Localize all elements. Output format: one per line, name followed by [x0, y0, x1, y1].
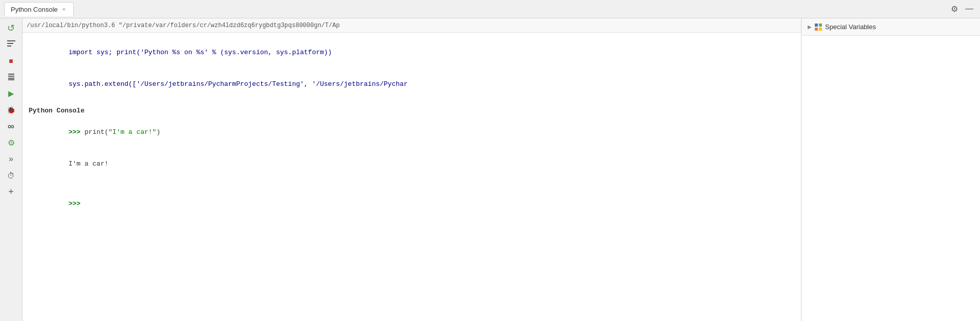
tab-close-button[interactable]: × [61, 6, 67, 13]
stop-icon: ■ [9, 57, 13, 65]
gear-icon: ⚙ [8, 138, 15, 148]
scroll-icon [7, 73, 15, 82]
print-command-line: >>> print("I'm a car!") [29, 117, 795, 148]
execute-button[interactable]: » [4, 151, 19, 167]
rerun-button[interactable] [4, 37, 19, 52]
svg-rect-5 [8, 78, 14, 79]
clock-icon: ⏱ [7, 171, 15, 180]
command-bar: /usr/local/bin/python3.6 "/private/var/f… [23, 18, 801, 33]
svg-rect-4 [8, 76, 14, 77]
title-bar-actions: ⚙ — [948, 3, 976, 15]
title-bar: Python Console × ⚙ — [0, 0, 980, 18]
prompt-symbol: >>> [69, 128, 84, 136]
main-window: Python Console × ⚙ — ↺ [0, 0, 980, 321]
title-bar-left: Python Console × [4, 2, 74, 16]
console-area: /usr/local/bin/python3.6 "/private/var/f… [23, 18, 801, 321]
stop-button[interactable]: ■ [4, 53, 19, 68]
right-panel-header[interactable]: ▶ Special Variables [801, 18, 980, 36]
input-prompt-line[interactable]: >>> [29, 189, 795, 220]
run-icon: ▶ [8, 89, 14, 98]
bug-icon: 🐞 [7, 106, 15, 114]
minimize-icon[interactable]: — [963, 3, 976, 15]
scroll-to-end-button[interactable] [4, 70, 19, 85]
add-button[interactable]: + [4, 184, 19, 199]
svg-rect-2 [7, 45, 11, 47]
svg-rect-6 [8, 79, 14, 80]
console-section-title: Python Console [29, 107, 795, 114]
panel-chevron-icon[interactable]: ▶ [808, 24, 812, 30]
refresh-icon: ↺ [7, 22, 15, 34]
special-variables-grid-icon [815, 24, 822, 31]
string-value: "I'm a car!" [108, 128, 157, 136]
debug-button[interactable]: 🐞 [4, 102, 19, 118]
loop-icon: ∞ [8, 121, 14, 132]
loop-button[interactable]: ∞ [4, 119, 19, 134]
svg-rect-0 [7, 40, 15, 41]
left-toolbar: ↺ ■ [0, 18, 23, 321]
code-prefix: print( [84, 128, 108, 136]
main-content: ↺ ■ [0, 18, 980, 321]
svg-rect-3 [8, 74, 14, 75]
code-suffix: ) [157, 128, 161, 136]
python-console-tab[interactable]: Python Console × [4, 2, 74, 16]
right-panel: ▶ Special Variables [801, 18, 980, 321]
svg-rect-1 [7, 43, 13, 44]
history-button[interactable]: ⏱ [4, 168, 19, 183]
import-line: import sys; print('Python %s on %s' % (s… [29, 37, 795, 68]
run-button[interactable]: ▶ [4, 86, 19, 101]
syspath-line: sys.path.extend(['/Users/jetbrains/Pycha… [29, 68, 795, 100]
right-panel-title: Special Variables [825, 23, 876, 31]
settings-icon[interactable]: ⚙ [948, 3, 961, 15]
arrows-icon: » [9, 154, 13, 164]
restart-console-button[interactable]: ↺ [4, 20, 19, 36]
output-line: I'm a car! [29, 148, 795, 180]
console-output[interactable]: import sys; print('Python %s on %s' % (s… [23, 33, 801, 321]
console-settings-button[interactable]: ⚙ [4, 135, 19, 150]
plus-icon: + [8, 187, 14, 197]
tab-label: Python Console [11, 6, 58, 13]
rerun-icon [7, 40, 15, 49]
right-panel-body [801, 36, 980, 321]
command-text: /usr/local/bin/python3.6 "/private/var/f… [27, 22, 340, 29]
